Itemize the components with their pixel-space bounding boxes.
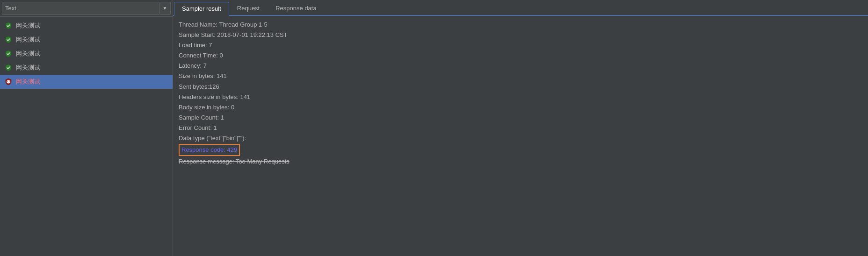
error-icon: [5, 78, 12, 85]
result-line: Sent bytes:126: [179, 82, 862, 92]
dropdown-arrow-icon[interactable]: ▼: [159, 2, 171, 15]
result-line: Size in bytes: 141: [179, 71, 862, 81]
result-line: Response message: Too Many Requests: [179, 156, 862, 167]
result-line: Load time: 7: [179, 40, 862, 50]
success-icon: [5, 64, 12, 71]
success-icon: [5, 22, 12, 29]
list-item[interactable]: 网关测试: [0, 19, 173, 33]
format-dropdown[interactable]: Text HTML JSON XML Boundary: [2, 2, 159, 15]
list-item-label: 网关测试: [16, 50, 40, 58]
result-line: Sample Start: 2018-07-01 19:22:13 CST: [179, 30, 862, 40]
response-code-line: Response code: 429: [179, 144, 240, 156]
list-item-label: 网关测试: [16, 36, 40, 44]
result-line: Latency: 7: [179, 61, 862, 71]
result-line: Data type ("text"|"bin"|""):: [179, 133, 862, 143]
list-item-label: 网关测试: [16, 21, 40, 30]
right-panel: Sampler result Request Response data Thr…: [173, 0, 868, 256]
result-line: Body size in bytes: 0: [179, 102, 862, 113]
result-line: Thread Name: Thread Group 1-5: [179, 20, 862, 30]
tab-sampler-result[interactable]: Sampler result: [174, 2, 229, 16]
main-layout: Text HTML JSON XML Boundary ▼ 网关测试: [0, 0, 868, 256]
list-item[interactable]: 网关测试: [0, 33, 173, 47]
result-content: Thread Name: Thread Group 1-5 Sample Sta…: [173, 16, 868, 256]
list-item[interactable]: 网关测试: [0, 47, 173, 61]
sample-list: 网关测试 网关测试: [0, 17, 173, 256]
result-line: Error Count: 1: [179, 123, 862, 133]
result-line: Sample Count: 1: [179, 113, 862, 123]
result-line: Headers size in bytes: 141: [179, 92, 862, 102]
tab-response-data[interactable]: Response data: [268, 1, 324, 15]
tab-request[interactable]: Request: [229, 1, 268, 15]
list-item[interactable]: 网关测试: [0, 61, 173, 75]
success-icon: [5, 50, 12, 57]
left-panel: Text HTML JSON XML Boundary ▼ 网关测试: [0, 0, 173, 256]
tabs-bar: Sampler result Request Response data: [173, 0, 868, 16]
result-line: Connect Time: 0: [179, 50, 862, 61]
success-icon: [5, 36, 12, 43]
dropdown-bar: Text HTML JSON XML Boundary ▼: [0, 0, 173, 17]
list-item-label: 网关测试: [16, 78, 40, 86]
list-item-selected[interactable]: 网关测试: [0, 75, 173, 89]
list-item-label: 网关测试: [16, 64, 40, 72]
